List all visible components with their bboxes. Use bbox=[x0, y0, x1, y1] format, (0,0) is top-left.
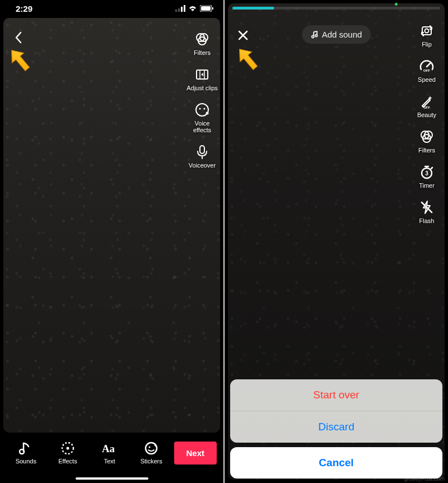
discard-action-sheet: Start over Discard Cancel bbox=[230, 379, 442, 479]
music-note-icon bbox=[311, 31, 319, 39]
filters-icon bbox=[194, 31, 211, 48]
discard-label: Discard bbox=[318, 421, 354, 433]
filters-button[interactable]: Filters bbox=[411, 128, 442, 154]
bottom-toolbar: Sounds Effects Aa Text Stickers Next bbox=[0, 433, 223, 483]
sounds-label: Sounds bbox=[16, 458, 36, 465]
next-label: Next bbox=[186, 448, 205, 458]
timer-label: Timer bbox=[419, 182, 435, 189]
stickers-label: Stickers bbox=[141, 458, 162, 465]
recording-progress-fill bbox=[232, 7, 274, 10]
text-button[interactable]: Aa Text bbox=[90, 440, 129, 465]
svg-point-21 bbox=[149, 447, 151, 448]
flash-label: Flash bbox=[419, 217, 435, 224]
add-sound-label: Add sound bbox=[322, 30, 362, 39]
camera-active-dot-icon bbox=[395, 3, 398, 6]
sounds-icon bbox=[18, 440, 34, 456]
svg-text:OFF: OFF bbox=[423, 69, 430, 72]
beauty-icon: OFF bbox=[418, 93, 435, 110]
filters-label: Filters bbox=[418, 147, 435, 154]
timer-icon: 3 bbox=[418, 164, 435, 180]
svg-rect-6 bbox=[212, 7, 213, 10]
svg-point-12 bbox=[199, 108, 201, 110]
adjust-clips-icon bbox=[194, 66, 211, 83]
right-toolbar: Filters Adjust clips Voice effects Voice… bbox=[186, 31, 218, 169]
right-toolbar: Flip OFF Speed OFF Beauty Filters 3 Time… bbox=[411, 22, 442, 225]
flip-label: Flip bbox=[422, 41, 432, 48]
voiceover-button[interactable]: Voiceover bbox=[186, 143, 218, 169]
flip-button[interactable]: Flip bbox=[411, 22, 442, 48]
voiceover-icon bbox=[194, 143, 211, 160]
effects-icon bbox=[60, 440, 76, 456]
adjust-clips-label: Adjust clips bbox=[186, 85, 218, 91]
svg-rect-0 bbox=[175, 10, 177, 12]
svg-point-14 bbox=[206, 112, 209, 115]
effects-button[interactable]: Effects bbox=[49, 440, 87, 465]
status-bar: 2:29 bbox=[0, 0, 223, 17]
wifi-icon bbox=[188, 5, 197, 12]
svg-rect-1 bbox=[178, 8, 180, 12]
flash-icon bbox=[418, 199, 435, 216]
filters-label: Filters bbox=[194, 49, 211, 56]
svg-text:OFF: OFF bbox=[424, 106, 431, 109]
chevron-left-icon bbox=[14, 31, 23, 44]
voice-effects-label: Voice effects bbox=[193, 120, 211, 133]
close-icon bbox=[237, 30, 249, 41]
speed-icon: OFF bbox=[418, 58, 435, 75]
battery-icon bbox=[200, 5, 213, 12]
text-label: Text bbox=[104, 458, 115, 465]
text-icon: Aa bbox=[102, 440, 118, 456]
recording-progress bbox=[232, 7, 440, 10]
effects-label: Effects bbox=[58, 458, 77, 465]
svg-rect-24 bbox=[422, 27, 431, 35]
voice-effects-icon bbox=[194, 101, 211, 118]
cancel-button[interactable]: Cancel bbox=[230, 447, 442, 479]
svg-point-13 bbox=[204, 108, 206, 110]
status-time: 2:29 bbox=[16, 4, 32, 13]
stickers-icon bbox=[143, 440, 159, 456]
signal-icon bbox=[175, 5, 185, 12]
add-sound-button[interactable]: Add sound bbox=[302, 25, 371, 44]
watermark: groovyPost.com bbox=[404, 476, 445, 482]
action-sheet-options: Start over Discard bbox=[230, 379, 442, 443]
close-button[interactable] bbox=[235, 27, 251, 44]
home-indicator[interactable] bbox=[76, 477, 148, 480]
left-phone-screen: 2:29 Filters Adjust clips Voice ef bbox=[0, 0, 223, 483]
svg-rect-3 bbox=[184, 5, 185, 12]
timer-button[interactable]: 3 Timer bbox=[411, 164, 442, 189]
beauty-button[interactable]: OFF Beauty bbox=[411, 93, 442, 118]
filters-button[interactable]: Filters bbox=[186, 31, 218, 56]
svg-point-20 bbox=[146, 443, 157, 454]
svg-text:3: 3 bbox=[425, 170, 428, 177]
stickers-button[interactable]: Stickers bbox=[132, 440, 171, 465]
voiceover-label: Voiceover bbox=[189, 162, 216, 169]
start-over-label: Start over bbox=[313, 389, 359, 401]
voice-effects-button[interactable]: Voice effects bbox=[186, 101, 218, 133]
filters-icon bbox=[418, 128, 435, 145]
sounds-button[interactable]: Sounds bbox=[7, 440, 45, 465]
svg-point-16 bbox=[20, 449, 24, 454]
beauty-label: Beauty bbox=[417, 112, 436, 118]
svg-text:Aa: Aa bbox=[102, 443, 115, 454]
svg-point-22 bbox=[311, 35, 314, 38]
svg-rect-2 bbox=[181, 7, 183, 12]
discard-button[interactable]: Discard bbox=[230, 411, 442, 443]
speed-button[interactable]: OFF Speed bbox=[411, 58, 442, 83]
next-button[interactable]: Next bbox=[174, 442, 217, 465]
svg-point-25 bbox=[425, 29, 429, 33]
cancel-label: Cancel bbox=[319, 457, 353, 469]
adjust-clips-button[interactable]: Adjust clips bbox=[186, 66, 218, 91]
flip-icon bbox=[418, 22, 435, 39]
right-phone-screen: Add sound Flip OFF Speed OFF Beauty Filt… bbox=[225, 0, 448, 483]
back-button[interactable] bbox=[10, 29, 27, 46]
start-over-button[interactable]: Start over bbox=[230, 379, 442, 411]
svg-rect-5 bbox=[201, 6, 211, 11]
svg-point-18 bbox=[66, 447, 69, 450]
svg-rect-15 bbox=[200, 146, 204, 154]
svg-point-23 bbox=[315, 34, 317, 36]
speed-label: Speed bbox=[418, 76, 436, 83]
status-icons bbox=[175, 5, 213, 12]
flash-button[interactable]: Flash bbox=[411, 199, 442, 224]
